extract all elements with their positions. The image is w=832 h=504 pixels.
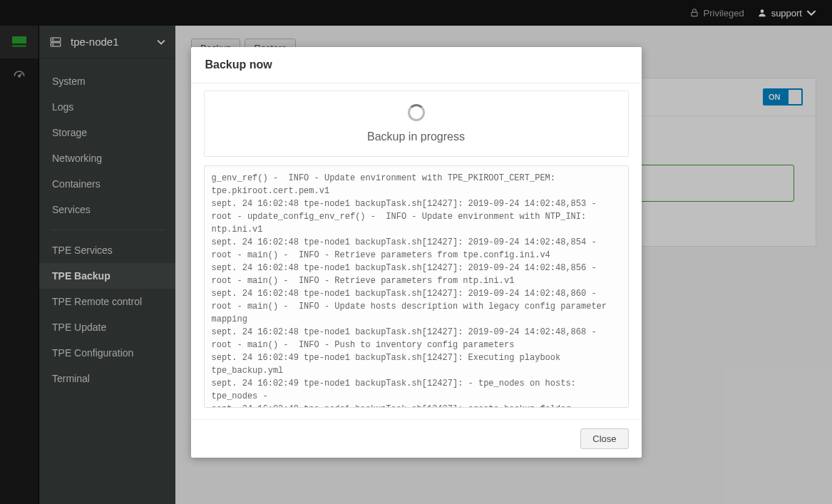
progress-message: Backup in progress (205, 130, 628, 143)
modal-overlay: Backup now Backup in progress g_env_ref(… (0, 0, 832, 504)
close-button[interactable]: Close (580, 428, 628, 449)
dialog-title: Backup now (191, 47, 642, 83)
spinner-icon (408, 104, 425, 121)
backup-now-dialog: Backup now Backup in progress g_env_ref(… (191, 47, 642, 458)
backup-log[interactable]: g_env_ref() - INFO - Update environment … (204, 165, 629, 408)
progress-box: Backup in progress (204, 91, 629, 157)
